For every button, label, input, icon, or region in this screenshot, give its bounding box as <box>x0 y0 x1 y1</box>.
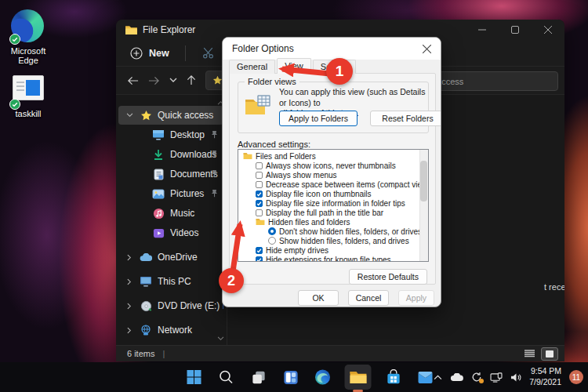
taskbar-mail-icon[interactable] <box>416 367 436 387</box>
taskbar: 9:54 PM 7/9/2021 11 <box>0 362 588 392</box>
tab-view[interactable]: View <box>277 58 311 74</box>
pin-icon <box>210 150 219 158</box>
desktop-icon-taskkill[interactable]: taskkill <box>0 72 56 118</box>
item-count: 6 items <box>127 349 154 358</box>
annotation-step-2: 2 <box>219 268 244 293</box>
speaker-icon[interactable] <box>510 372 521 383</box>
up-icon[interactable] <box>187 75 196 85</box>
sidebar-item-dvd-drive[interactable]: DVD Drive (E:) ESD-IS <box>118 296 223 315</box>
apply-button[interactable]: Apply <box>398 290 434 306</box>
reset-folders-button[interactable]: Reset Folders <box>370 111 441 126</box>
onedrive-cloud-icon[interactable] <box>450 373 463 382</box>
advanced-setting-row[interactable]: Hide empty drives <box>238 245 428 255</box>
chevron-right-icon[interactable] <box>125 254 134 261</box>
desktop-icon-edge[interactable]: Microsoft Edge <box>0 9 56 65</box>
sidebar-item-desktop[interactable]: Desktop <box>118 125 223 144</box>
advanced-setting-row[interactable]: Show hidden files, folders, and drives <box>238 236 428 245</box>
sidebar-item-label: Network <box>158 325 223 336</box>
checkbox-unchecked[interactable] <box>256 209 263 216</box>
checkbox-checked[interactable] <box>256 256 263 263</box>
sidebar-item-label: OneDrive <box>158 252 223 263</box>
advanced-setting-label: Files and Folders <box>256 152 316 161</box>
back-icon[interactable] <box>127 76 139 85</box>
details-view-button[interactable] <box>521 347 538 361</box>
tab-general[interactable]: General <box>229 60 275 74</box>
minimize-button[interactable] <box>466 20 499 40</box>
checkbox-unchecked[interactable] <box>256 162 263 169</box>
radio-unselected[interactable] <box>268 237 276 245</box>
advanced-setting-row[interactable]: Display file size information in folder … <box>238 198 428 208</box>
sidebar-item-this-pc[interactable]: This PC <box>118 272 223 291</box>
sidebar-item-documents[interactable]: Documents <box>118 165 223 183</box>
explorer-sidebar: Quick accessDesktopDownloadsDocumentsPic… <box>116 95 226 345</box>
advanced-setting-row[interactable]: Always show menus <box>238 170 428 180</box>
taskbar-file-explorer-icon[interactable] <box>345 365 372 390</box>
onedrive-icon <box>140 251 152 263</box>
folder-icon <box>125 25 137 35</box>
view-tab-panel: Folder views You can apply this view (su… <box>229 73 436 285</box>
notification-badge[interactable]: 11 <box>569 370 583 384</box>
checkbox-checked[interactable] <box>256 247 263 254</box>
restore-defaults-button[interactable]: Restore Defaults <box>349 269 427 285</box>
taskbar-task-view-icon[interactable] <box>249 367 269 387</box>
checkbox-unchecked[interactable] <box>256 181 263 188</box>
scrollbar-thumb[interactable] <box>420 161 427 201</box>
ok-button[interactable]: OK <box>298 290 339 306</box>
large-icons-view-button[interactable] <box>541 347 558 361</box>
chevron-right-icon[interactable] <box>125 303 134 310</box>
chevron-right-icon[interactable] <box>125 278 134 285</box>
scrollbar[interactable] <box>419 150 428 261</box>
dvd-icon <box>140 299 152 312</box>
sidebar-item-videos[interactable]: Videos <box>118 223 223 242</box>
taskbar-search-icon[interactable] <box>216 367 237 387</box>
advanced-setting-row[interactable]: Hidden files and folders <box>238 217 428 227</box>
sidebar-item-label: Music <box>170 208 223 219</box>
apply-to-folders-button[interactable]: Apply to Folders <box>279 111 358 126</box>
taskbar-edge-icon[interactable] <box>313 367 333 387</box>
sidebar-item-label: Quick access <box>158 110 223 121</box>
checkbox-checked[interactable] <box>256 200 263 207</box>
advanced-setting-row[interactable]: Decrease space between items (compact vi… <box>238 180 428 189</box>
desktop-icon-label: taskkill <box>0 109 56 118</box>
taskbar-start-icon[interactable] <box>184 367 205 387</box>
advanced-setting-row[interactable]: Don't show hidden files, folders, or dri… <box>238 227 428 236</box>
advanced-setting-row[interactable]: Display the full path in the title bar <box>238 208 428 217</box>
chevron-down-icon[interactable] <box>125 113 134 118</box>
advanced-setting-row[interactable]: Hide extensions for known file types <box>238 255 428 262</box>
sidebar-item-downloads[interactable]: Downloads <box>118 145 223 164</box>
update-badge <box>479 379 484 383</box>
radio-selected[interactable] <box>268 227 276 235</box>
taskbar-store-icon[interactable] <box>383 367 404 387</box>
downloads-icon <box>152 148 165 161</box>
advanced-setting-row[interactable]: Display file icon on thumbnails <box>238 189 428 198</box>
sidebar-item-quick-access[interactable]: Quick access <box>118 106 223 125</box>
advanced-setting-row[interactable]: Files and Folders <box>238 151 428 161</box>
scroll-down-icon[interactable] <box>217 332 224 343</box>
maximize-button[interactable] <box>499 20 532 40</box>
checkbox-unchecked[interactable] <box>256 172 263 179</box>
checkbox-checked[interactable] <box>256 191 263 198</box>
sync-update-icon[interactable] <box>471 372 482 383</box>
sidebar-item-music[interactable]: Music <box>118 204 223 223</box>
advanced-setting-row[interactable]: Always show icons, never thumbnails <box>238 161 428 170</box>
display-icon[interactable] <box>490 372 503 383</box>
dialog-close-icon[interactable] <box>420 42 433 55</box>
forward-icon[interactable] <box>148 76 160 85</box>
sidebar-item-onedrive[interactable]: OneDrive <box>118 248 223 267</box>
recent-locations-icon[interactable] <box>169 78 177 83</box>
sidebar-item-pictures[interactable]: Pictures <box>118 184 223 203</box>
new-button[interactable]: New <box>130 47 169 60</box>
dialog-titlebar[interactable]: Folder Options <box>223 38 441 60</box>
sync-check-icon <box>9 34 20 45</box>
tray-chevron-up-icon[interactable] <box>434 375 442 380</box>
cut-icon[interactable] <box>201 46 215 60</box>
advanced-settings-list[interactable]: Files and FoldersAlways show icons, neve… <box>238 149 429 262</box>
chevron-right-icon[interactable] <box>125 327 134 334</box>
close-button[interactable] <box>532 20 564 40</box>
taskbar-clock[interactable]: 9:54 PM 7/9/2021 <box>529 366 561 387</box>
cancel-button[interactable]: Cancel <box>348 290 389 306</box>
videos-icon <box>152 227 165 239</box>
sidebar-item-network[interactable]: Network <box>118 321 223 339</box>
taskbar-widgets-icon[interactable] <box>281 367 301 387</box>
advanced-setting-label: Always show menus <box>266 171 337 180</box>
